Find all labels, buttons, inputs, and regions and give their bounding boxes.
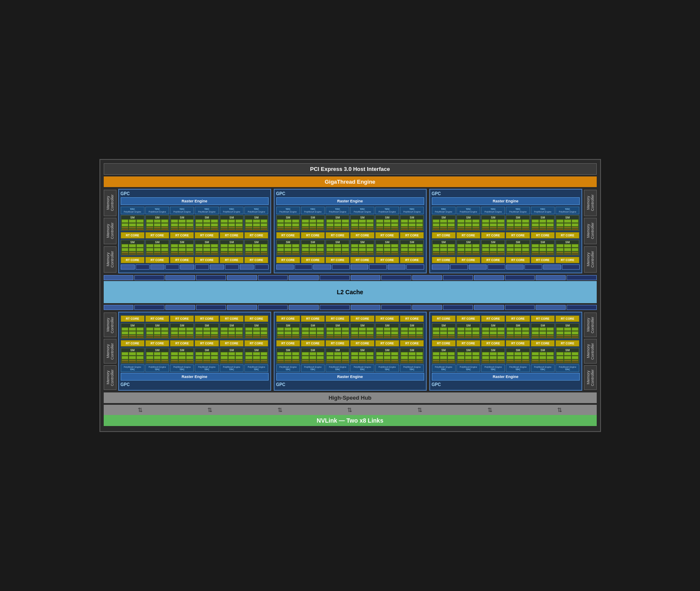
cuda-1-5: [221, 219, 243, 230]
rt-core-row-1a: RT CORE RT CORE RT CORE RT CORE RT CORE …: [121, 232, 269, 239]
top-gpcs-area: GPC Raster Engine TPCPolyMorph Engine TP…: [118, 189, 582, 273]
sm-1-2: SM: [145, 215, 169, 231]
arrow-7: ⇅: [557, 406, 562, 413]
l2-section: L2 Cache: [104, 275, 597, 310]
cuda-1-2: [146, 219, 168, 230]
l2-bar: L2 Cache: [104, 281, 597, 303]
gpc-bottom-3: RT CORE RT CORE RT CORE RT CORE RT CORE …: [429, 312, 582, 391]
left-mem-ctrl-top: Memory Controller Memory Controller Memo…: [104, 189, 116, 273]
mem-ctrl-2: Memory Controller: [104, 218, 116, 244]
arrow-3: ⇅: [278, 406, 283, 413]
sm-2-4: SM: [195, 240, 218, 256]
mem-ctrl-3: Memory Controller: [104, 246, 116, 273]
cuda-1-6: [245, 219, 267, 230]
bottom-gpcs-area: RT CORE RT CORE RT CORE RT CORE RT CORE …: [118, 312, 582, 391]
chip-diagram: PCI Express 3.0 Host Interface GigaThrea…: [99, 159, 601, 432]
raster-1: Raster Engine: [121, 197, 269, 205]
sm-1-5: SM: [220, 215, 244, 231]
sm-row-1a: SM SM: [121, 215, 269, 231]
tpc-1-2: TPCPolyMorph Engine: [145, 207, 169, 214]
sm-1-4: SM: [195, 215, 218, 231]
crossbar-1: [121, 264, 269, 270]
tpc-1-1: TPCPolyMorph Engine: [121, 207, 145, 214]
sm-2-2: SM: [145, 240, 169, 256]
top-gpcs-row: GPC Raster Engine TPCPolyMorph Engine TP…: [118, 189, 582, 273]
arrow-4: ⇅: [347, 406, 352, 413]
rt-core-4: RT CORE: [195, 232, 218, 239]
arrow-6: ⇅: [487, 406, 493, 413]
nvlink-bar: NVLink — Two x8 Links: [104, 415, 597, 426]
tpc-1-3: TPCPolyMorph Engine: [170, 207, 194, 214]
rt-core-6: RT CORE: [244, 232, 268, 239]
bottom-section: Memory Controller Memory Controller Memo…: [104, 312, 597, 391]
gpc-title-1: GPC: [121, 191, 269, 196]
tpc-1-6: TPCPolyMorph Engine: [244, 207, 268, 214]
top-section: Memory Controller Memory Controller Memo…: [104, 189, 597, 273]
gpc-top-1: GPC Raster Engine TPCPolyMorph Engine TP…: [118, 189, 271, 273]
hub-arrows: ⇅ ⇅ ⇅ ⇅ ⇅ ⇅ ⇅: [104, 405, 597, 415]
sm-2-5: SM: [220, 240, 244, 256]
tpc-1-5: TPCPolyMorph Engine: [220, 207, 244, 214]
arrow-5: ⇅: [417, 406, 422, 413]
bottom-gpcs-row: RT CORE RT CORE RT CORE RT CORE RT CORE …: [118, 312, 582, 391]
rt-core-5: RT CORE: [220, 232, 244, 239]
sm-2-1: SM: [121, 240, 145, 256]
sm-1-3: SM: [170, 215, 194, 231]
sm-1-1: SM: [121, 215, 145, 231]
rt-core-3: RT CORE: [170, 232, 194, 239]
cuda-1-3: [171, 219, 193, 230]
mem-ctrl-1: Memory Controller: [104, 190, 116, 216]
cuda-1-4: [196, 219, 218, 230]
cuda-1-1: [122, 219, 144, 230]
arrow-1: ⇅: [138, 406, 143, 413]
pci-bar: PCI Express 3.0 Host Interface: [104, 163, 597, 175]
tpc-1-4: TPCPolyMorph Engine: [195, 207, 218, 214]
rt-core-1: RT CORE: [121, 232, 145, 239]
giga-bar: GigaThread Engine: [104, 176, 597, 187]
left-mem-ctrl-bottom: Memory Controller Memory Controller Memo…: [104, 312, 116, 391]
right-mem-ctrl-top: Memory Controller Memory Controller Memo…: [584, 189, 597, 273]
hub-bar: High-Speed Hub: [104, 392, 597, 403]
gpc-top-3: GPC Raster Engine TPCPolyMorph Engine TP…: [429, 189, 582, 273]
sm-2-3: SM: [170, 240, 194, 256]
rt-core-row-1b: RT CORE RT CORE RT CORE RT CORE RT CORE …: [121, 257, 269, 263]
rt-core-2: RT CORE: [145, 232, 169, 239]
right-mem-ctrl-bottom: Memory Controller Memory Controller Memo…: [584, 312, 597, 391]
sm-row-1b: SM SM: [121, 240, 269, 256]
sm-2-6: SM: [244, 240, 268, 256]
arrow-2: ⇅: [207, 406, 213, 413]
tpc-row-1: TPCPolyMorph Engine TPCPolyMorph Engine …: [121, 207, 269, 214]
gpc-top-2: GPC Raster Engine TPCPolyMorph Engine TP…: [274, 189, 427, 273]
sm-1-6: SM: [244, 215, 268, 231]
gpc-bottom-1: RT CORE RT CORE RT CORE RT CORE RT CORE …: [118, 312, 271, 391]
gpc-bottom-2: RT CORE RT CORE RT CORE RT CORE RT CORE …: [274, 312, 427, 391]
